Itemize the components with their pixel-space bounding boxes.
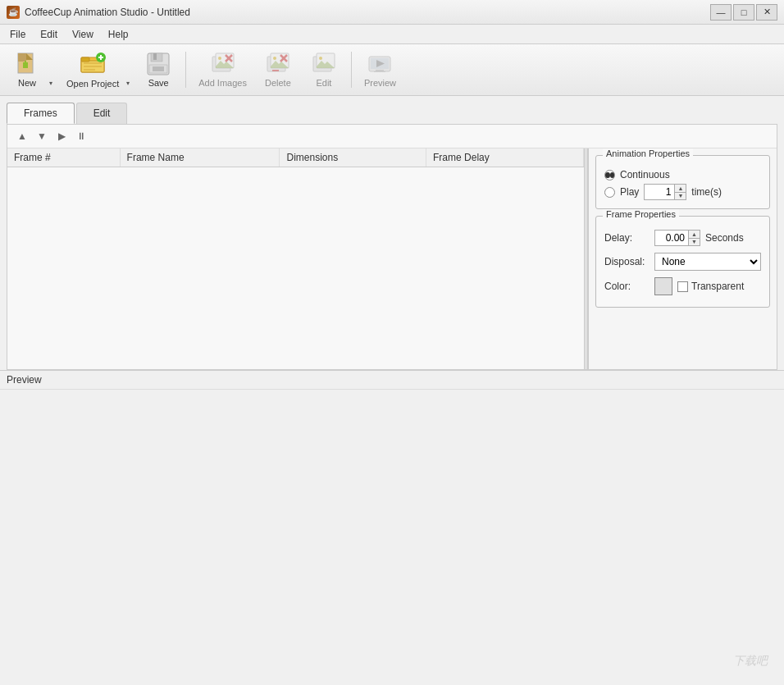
svg-point-35 [319,57,322,60]
menu-edit[interactable]: Edit [34,27,64,42]
preview-area: Preview [0,370,784,685]
delete-icon [265,52,291,76]
svg-rect-10 [84,66,102,67]
play-radio[interactable] [604,187,615,198]
title-bar-controls: — □ ✕ [710,4,777,21]
open-project-button-group: Open Project ▾ [59,48,134,92]
times-label: time(s) [691,186,722,198]
delete-button[interactable]: Delete [256,48,300,92]
transparent-checkbox[interactable] [677,281,688,292]
move-up-button[interactable]: ▲ [14,128,30,144]
save-button[interactable]: Save [136,48,180,92]
edit-icon [311,52,337,76]
frame-properties-content: Delay: ▲ ▼ Seconds [596,217,769,307]
delay-label: Delay: [604,232,650,244]
delay-row: Delay: ▲ ▼ Seconds [604,226,761,249]
preview-content [0,390,784,685]
open-project-button[interactable]: Open Project [59,48,126,92]
frame-properties-group: Frame Properties Delay: ▲ ▼ [595,216,770,308]
tabs: Frames Edit [7,103,777,124]
play-count-input-container: ▲ ▼ [644,184,686,200]
col-frame-name: Frame Name [120,148,280,167]
title-bar: ☕ CoffeeCup Animation Studio - Untitled … [0,0,784,25]
frame-body: Frame # Frame Name Dimensions Frame Dela… [7,148,777,369]
add-images-icon [210,52,236,76]
toolbar-separator-2 [351,52,352,88]
svg-rect-17 [153,53,157,60]
transparent-container[interactable]: Transparent [677,281,744,292]
play-count-down[interactable]: ▼ [675,192,686,200]
new-arrow[interactable]: ▾ [49,48,57,92]
new-icon [14,52,40,76]
col-frame-delay: Frame Delay [426,148,584,167]
preview-button[interactable]: Preview [357,48,403,92]
svg-rect-32 [272,70,279,71]
disposal-row: Disposal: None Background Previous [604,249,761,274]
save-icon [145,52,171,76]
add-images-label: Add Images [198,78,247,88]
edit-button[interactable]: Edit [302,48,346,92]
edit-label: Edit [316,78,331,88]
col-dimensions: Dimensions [280,148,426,167]
animation-properties-title: Animation Properties [603,148,693,158]
svg-rect-40 [376,70,384,71]
menu-file[interactable]: File [3,27,32,42]
toolbar: New ▾ Open Project [0,44,784,96]
continuous-radio[interactable] [604,170,615,180]
new-label: New [18,78,36,88]
continuous-row: Continuous [604,166,761,184]
play-label: Play [620,186,639,198]
table-header-row: Frame # Frame Name Dimensions Frame Dela… [7,148,584,167]
svg-rect-9 [84,62,102,64]
delete-label: Delete [265,78,291,88]
app-title: CoffeeCup Animation Studio - Untitled [25,7,190,18]
close-button[interactable]: ✕ [756,4,777,21]
disposal-label: Disposal: [604,256,650,267]
animation-properties-group: Animation Properties Continuous Pl [595,155,770,209]
frames-area: ▲ ▼ ▶ ⏸ Frame # Frame Name Dimensions Fr… [7,124,777,370]
save-label: Save [148,78,169,88]
frame-table: Frame # Frame Name Dimensions Frame Dela… [7,148,584,167]
preview-label: Preview [364,78,396,88]
open-project-arrow[interactable]: ▾ [126,48,134,92]
menu-help[interactable]: Help [102,27,135,42]
col-frame-number: Frame # [7,148,120,167]
tab-container: Frames Edit [0,96,784,124]
tab-frames[interactable]: Frames [7,103,75,124]
frame-toolbar: ▲ ▼ ▶ ⏸ [7,125,777,148]
preview-header: Preview [0,371,784,390]
color-row: Color: Transparent [604,274,761,299]
svg-point-22 [218,57,221,60]
svg-rect-19 [153,66,164,71]
app-icon: ☕ [7,6,20,19]
svg-rect-8 [81,57,89,62]
add-images-button[interactable]: Add Images [191,48,254,92]
delay-up[interactable]: ▲ [689,231,700,238]
pause-button[interactable]: ⏸ [73,128,89,144]
minimize-button[interactable]: — [710,4,732,21]
svg-point-28 [273,57,276,60]
play-row: Play ▲ ▼ time(s) [604,184,761,200]
delay-down[interactable]: ▼ [689,238,700,246]
open-project-label: Open Project [66,79,119,89]
delay-input-container: ▲ ▼ [654,230,700,246]
play-count-up[interactable]: ▲ [675,185,686,192]
color-swatch[interactable] [654,277,672,295]
play-count-input[interactable] [645,185,674,199]
menu-view[interactable]: View [66,27,100,42]
svg-rect-1 [18,53,26,62]
maximize-button[interactable]: □ [733,4,754,21]
tab-edit[interactable]: Edit [76,103,128,124]
play-count-spin: ▲ ▼ [674,185,686,199]
svg-rect-11 [84,69,95,71]
delay-input[interactable] [655,231,688,245]
toolbar-separator-1 [185,52,186,88]
disposal-select[interactable]: None Background Previous [654,253,761,271]
move-down-button[interactable]: ▼ [34,128,50,144]
play-button[interactable]: ▶ [53,128,70,144]
animation-properties-content: Continuous Play ▲ ▼ [596,156,769,208]
main-content: Frames Edit ▲ ▼ ▶ ⏸ Frame # Frame Name D [0,96,784,685]
new-button[interactable]: New [5,48,49,92]
title-bar-left: ☕ CoffeeCup Animation Studio - Untitled [7,6,190,19]
transparent-label: Transparent [691,281,744,292]
